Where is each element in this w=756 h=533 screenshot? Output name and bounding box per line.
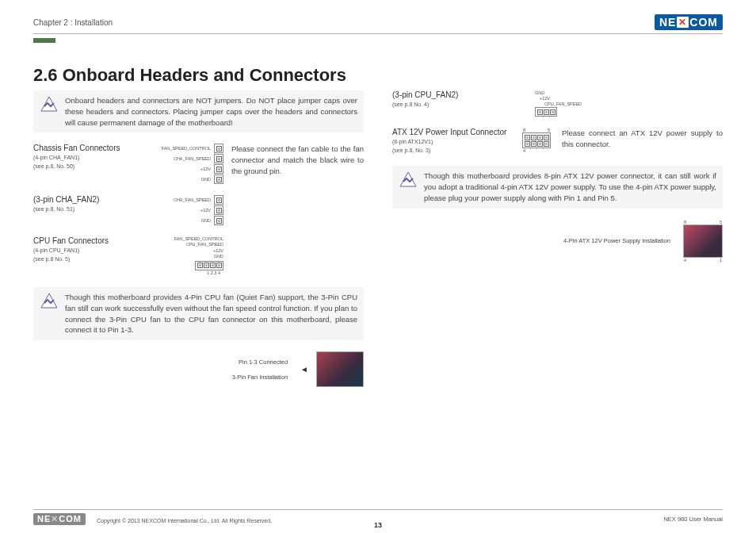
warning-box-2: Though this motherboard provides 4-Pin C… [33,287,364,340]
pin13-row: Pin 1-3 Connected 3-Pin Fan Installation… [33,351,364,387]
page-number: 13 [0,521,756,529]
warning-icon [40,95,59,114]
cpu-fan2-diagram: GND +12V CPU_FAN_SPEED [495,90,723,117]
cha-fan2-title: (3-pin CHA_FAN2) [33,195,128,204]
chassis-fan-title: Chassis Fan Connectors [33,144,128,152]
cha-fan2-diagram: CHA_FAN_SPEED +12V GND [136,195,223,225]
warning-icon [40,292,59,311]
cpu-fan2-sub: (see p.8 No. 4) [392,101,487,109]
atx-4pin-row: 4-Pin ATX 12V Power Supply Installation … [392,220,723,263]
warning-text-3: Though this motherboard provides 8-pin A… [424,171,716,203]
cpu-fan-title: CPU Fan Connectors [33,236,128,245]
atx-8pin-diagram: 85 4 [522,128,551,153]
atx-4pin-label: 4-Pin ATX 12V Power Supply Installation [563,237,670,244]
fan-install-thumbnail [316,351,364,387]
cpu-fan-sub1: (4-pin CPU_FAN1) [33,247,128,255]
cha-fan1-diagram: FAN_SPEED_CONTROL CHA_FAN_SPEED +12V GND [136,144,223,184]
atx-install-thumbnail [683,224,723,258]
cpu-fan2-title: (3-pin CPU_FAN2) [392,90,487,99]
cpu-fan1-diagram: FAN_SPEED_CONTROL CPU_FAN_SPEED +12V GND… [136,236,223,276]
atx-sub1: (8-pin ATX12V1) [392,138,511,147]
atx-sub2: (see p.8, No. 3) [392,147,511,155]
chassis-fan-sub2: (see p.8, No. 50) [33,163,128,171]
cha-fan2-sub: (see p.8, No. 51) [33,205,128,214]
cpu-fan-sub2: (see p.8 No. 5) [33,255,128,264]
atx-desc: Please connect an ATX 12V power supply t… [562,128,723,150]
pin13-label: Pin 1-3 Connected [232,359,288,366]
section-title: 2.6 Onboard Headers and Connectors [33,65,723,86]
warning-text-1: Onboard headers and connectors are NOT j… [65,95,357,128]
green-tab [33,38,55,43]
warning-text-2: Though this motherboard provides 4-Pin C… [65,292,357,336]
warning-box-3: Though this motherboard provides 8-pin A… [392,166,723,208]
warning-box-1: Onboard headers and connectors are NOT j… [33,90,364,132]
atx-title: ATX 12V Power Input Connector [392,128,511,136]
chassis-fan-desc: Please connect the fan cable to the fan … [231,144,364,176]
3pin-install-label: 3-Pin Fan Installation [232,374,288,381]
nexcom-logo: NE✕COM [655,14,723,30]
chassis-fan-sub1: (4-pin CHA_FAN1) [33,154,128,163]
warning-icon [399,171,418,190]
chapter-label: Chapter 2 : Installation [33,18,113,27]
